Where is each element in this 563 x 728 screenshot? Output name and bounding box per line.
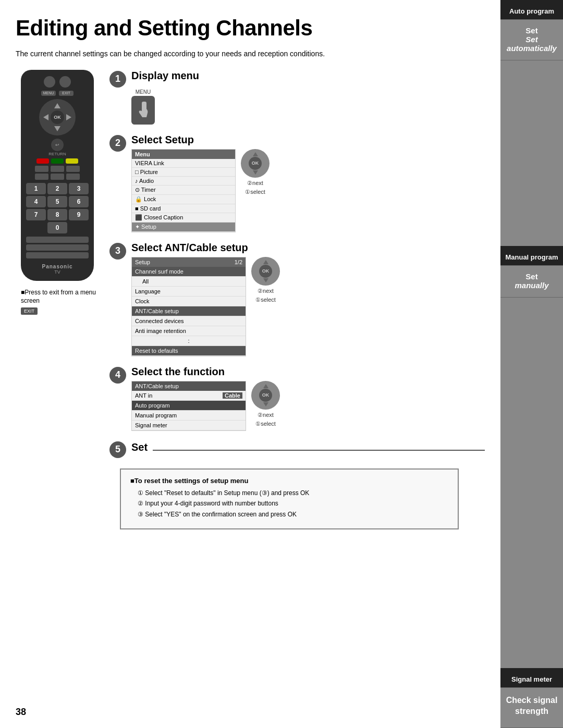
remote-nav-circle[interactable]: OK (39, 99, 76, 135)
remote-exit-btn[interactable]: EXIT (59, 91, 74, 96)
remote-rect-buttons-1 (26, 166, 89, 172)
remote-top-right-circle (59, 76, 71, 88)
remote-btn-5[interactable] (51, 174, 64, 180)
num-8-btn[interactable]: 8 (47, 209, 67, 220)
remote-btn-1[interactable] (35, 166, 48, 172)
remote-btn-4[interactable] (35, 174, 48, 180)
num-1-btn[interactable]: 1 (26, 183, 46, 194)
ant-in-row: ANT in Cable (132, 391, 246, 401)
manual-program-label: Manual program (505, 253, 559, 261)
auto-program-label: Auto program (505, 7, 559, 15)
remote-rect-buttons-2 (26, 174, 89, 180)
num-4-btn[interactable]: 4 (26, 196, 46, 207)
setup-ant-cable: ANT/Cable setup (132, 306, 246, 316)
nav-right-arrow[interactable] (66, 114, 71, 120)
yellow-btn[interactable] (66, 158, 78, 164)
step-1-row: Display menu (131, 70, 485, 85)
ok-wheel-3: OK (251, 257, 280, 286)
ok-down-arrow-4 (263, 402, 268, 406)
remote-wide-btn-2[interactable] (26, 244, 89, 251)
step-4-ant-header: ANT/Cable setup (132, 381, 246, 391)
nav-down-arrow[interactable] (54, 126, 60, 131)
ok-next-label-3: ②next (258, 288, 274, 294)
num-5-btn[interactable]: 5 (47, 196, 67, 207)
remote-return: ↩ RETURN (26, 139, 89, 156)
signal-meter-label: Signal meter (505, 675, 559, 683)
step-3-number: 3 (109, 243, 126, 260)
remote-brand: Panasonic (26, 264, 89, 269)
set-manually-label: Set (505, 272, 559, 281)
nav-up-arrow[interactable] (54, 103, 60, 108)
ok-wheel-2: OK (241, 149, 270, 178)
step-2-number: 2 (109, 135, 126, 152)
ant-signal-meter: Signal meter (132, 421, 246, 430)
ok-circle-4: OK (251, 381, 280, 410)
steps-section: 1 Display menu MENU (109, 70, 485, 529)
page-number: 38 (16, 707, 26, 718)
step-1-title: Display menu (131, 70, 199, 82)
red-btn[interactable] (36, 158, 49, 164)
remote-btn-6[interactable] (66, 174, 80, 180)
ok-next-label-4: ②next (258, 412, 274, 418)
step-4-ant-box: ANT/Cable setup ANT in Cable Auto progra… (131, 381, 246, 431)
exit-note: ■Press to exit from a menu screen EXIT (21, 288, 99, 315)
set-automatically-label: Set (505, 26, 559, 35)
reset-item-2: ② Input your 4-digit password with numbe… (130, 499, 448, 508)
menu-picture: □ Picture (132, 168, 235, 177)
ok-up-arrow (253, 152, 258, 156)
step-5-number: 5 (109, 441, 126, 458)
menu-icon-label: MENU (131, 89, 155, 95)
step-2-body: Menu VIERA Link □ Picture ♪ Audio ⊙ Time… (131, 149, 485, 232)
check-signal-block: Check signal strength (500, 688, 563, 728)
ant-in-value: Cable (223, 392, 242, 399)
menu-lock: 🔒 Lock (132, 195, 235, 204)
setup-dots: : (132, 336, 246, 346)
signal-meter-block[interactable]: Signal meter (500, 668, 563, 688)
num-9-btn[interactable]: 9 (69, 209, 89, 220)
check-signal-label: Check signal strength (505, 695, 559, 717)
remote-btn-2[interactable] (51, 166, 64, 172)
step-2-title: Select Setup (131, 134, 485, 146)
nav-left-arrow[interactable] (43, 114, 48, 120)
exit-button-label: EXIT (21, 307, 38, 315)
page-title: Editing and Setting Channels (16, 16, 485, 41)
reset-item-1: ① Select "Reset to defaults" in Setup me… (130, 489, 448, 498)
step-5-line (153, 450, 485, 451)
manual-program-block[interactable]: Manual program (500, 246, 563, 266)
step-3-body: Setup 1/2 Channel surf mode All Language… (131, 257, 485, 356)
num-0-btn[interactable]: 0 (47, 222, 67, 233)
menu-label: MENU (43, 91, 54, 95)
remote-wide-btn-3[interactable] (26, 252, 89, 258)
remote-ok-btn[interactable]: OK (51, 110, 64, 124)
remote-wide-btn-1[interactable] (26, 237, 89, 243)
main-content: Editing and Setting Channels The current… (0, 0, 500, 545)
setup-all: All (132, 277, 246, 287)
exit-note-text: ■Press to exit from a menu screen (21, 288, 99, 306)
reset-box-title: ■To reset the settings of setup menu (130, 477, 448, 485)
ok-down-arrow (253, 170, 258, 175)
set-automatically-block: Set Set automatically (500, 20, 563, 60)
num-6-btn[interactable]: 6 (69, 196, 89, 207)
remote-btn-3[interactable] (66, 166, 80, 172)
num-3-btn[interactable]: 3 (69, 183, 89, 194)
menu-setup: ✦ Setup (132, 223, 235, 232)
remote-return-btn[interactable]: ↩ (51, 139, 64, 151)
setup-header-label: Setup (135, 259, 150, 265)
reset-box: ■To reset the settings of setup menu ① S… (120, 468, 459, 529)
step-3-ok-container: OK ②next ①select (251, 257, 280, 303)
remote-type: TV (26, 269, 89, 275)
remote-body: MENU EXIT OK (21, 70, 94, 281)
ok-wheel-4: OK (251, 381, 280, 410)
step-2: 2 Select Setup Menu VIERA Link □ Picture… (109, 134, 485, 232)
num-2-btn[interactable]: 2 (47, 183, 67, 194)
num-7-btn[interactable]: 7 (26, 209, 46, 220)
step-5: 5 Set (109, 440, 485, 458)
step-1-number: 1 (109, 71, 126, 88)
remote-menu-btn[interactable]: MENU (41, 91, 56, 96)
step-2-menu-header: Menu (132, 150, 235, 159)
ant-auto-program: Auto program (132, 401, 246, 411)
ok-up-arrow-3 (263, 260, 268, 264)
set-manually-block: Set manually (500, 266, 563, 298)
auto-program-block[interactable]: Auto program (500, 0, 563, 20)
green-btn[interactable] (51, 158, 64, 164)
